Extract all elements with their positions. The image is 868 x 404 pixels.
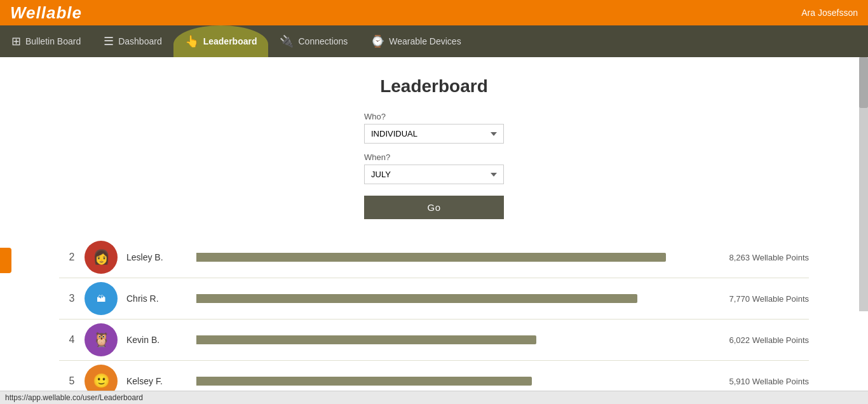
who-select[interactable]: INDIVIDUAL TEAM [364, 124, 504, 144]
bar-area [196, 253, 675, 262]
table-row: 4 🦉 Kevin B. 6,022 Wellable Points [59, 320, 809, 361]
when-label: When? [364, 152, 504, 162]
player-name: Kevin B. [126, 335, 190, 345]
avatar: 🦉 [85, 323, 118, 356]
nav-connections-label: Connections [298, 36, 348, 46]
brand-logo: Wellable [10, 3, 82, 23]
nav-dashboard-label: Dashboard [118, 36, 162, 46]
nav-wearable-devices-label: Wearable Devices [389, 36, 461, 46]
page-title: Leaderboard [13, 76, 855, 97]
nav-bulletin-board[interactable]: ⊞ Bulletin Board [0, 25, 92, 57]
leaderboard-icon: 👆 [185, 34, 199, 48]
rank-4: 4 [59, 334, 85, 346]
points-label: 5,910 Wellable Points [682, 377, 809, 386]
nav-dashboard[interactable]: ☰ Dashboard [92, 25, 173, 57]
table-row: 2 👩 Lesley B. 8,263 Wellable Points [59, 237, 809, 278]
rank-3: 3 [59, 293, 85, 304]
user-name: Ara Josefsson [801, 8, 858, 18]
points-label: 7,770 Wellable Points [682, 294, 809, 304]
nav-bar: ⊞ Bulletin Board ☰ Dashboard 👆 Leaderboa… [0, 25, 868, 57]
side-element [0, 248, 11, 273]
dashboard-icon: ☰ [104, 34, 114, 48]
nav-leaderboard-label: Leaderboard [203, 36, 257, 46]
player-name: Chris R. [126, 293, 190, 304]
score-bar [196, 294, 637, 303]
go-button[interactable]: Go [364, 196, 504, 219]
score-bar [196, 377, 532, 386]
avatar: 👩 [85, 241, 118, 274]
avatar: 🏔 [85, 282, 118, 315]
points-label: 6,022 Wellable Points [682, 335, 809, 345]
bar-area [196, 335, 675, 344]
status-bar: https://app.wellable.co/user/Leaderboard [0, 391, 868, 404]
filter-form: Who? INDIVIDUAL TEAM When? JANUARY FEBRU… [364, 112, 504, 219]
table-row: 3 🏔 Chris R. 7,770 Wellable Points [59, 278, 809, 320]
main-content: Leaderboard Who? INDIVIDUAL TEAM When? J… [0, 57, 868, 404]
nav-wearable-devices[interactable]: ⌚ Wearable Devices [359, 25, 472, 57]
bar-area [196, 377, 675, 386]
bar-area [196, 294, 675, 303]
rank-5: 5 [59, 375, 85, 387]
who-label: Who? [364, 112, 504, 121]
player-name: Kelsey F. [126, 376, 190, 386]
score-bar [196, 335, 536, 344]
status-url: https://app.wellable.co/user/Leaderboard [5, 393, 143, 402]
player-name: Lesley B. [126, 252, 190, 262]
score-bar [196, 253, 666, 262]
nav-connections[interactable]: 🔌 Connections [268, 25, 359, 57]
wearable-devices-icon: ⌚ [370, 34, 384, 48]
rank-2: 2 [59, 252, 85, 263]
connections-icon: 🔌 [280, 34, 294, 48]
points-label: 8,263 Wellable Points [682, 253, 809, 262]
nav-leaderboard[interactable]: 👆 Leaderboard [173, 25, 269, 57]
top-bar: Wellable Ara Josefsson [0, 0, 868, 25]
nav-bulletin-board-label: Bulletin Board [25, 36, 81, 46]
when-select[interactable]: JANUARY FEBRUARY MARCH APRIL MAY JUNE JU… [364, 165, 504, 184]
scrollbar[interactable] [859, 57, 868, 311]
leaderboard-list: 2 👩 Lesley B. 8,263 Wellable Points 3 🏔 … [59, 237, 809, 404]
bulletin-board-icon: ⊞ [11, 34, 21, 48]
scroll-thumb[interactable] [859, 57, 868, 108]
